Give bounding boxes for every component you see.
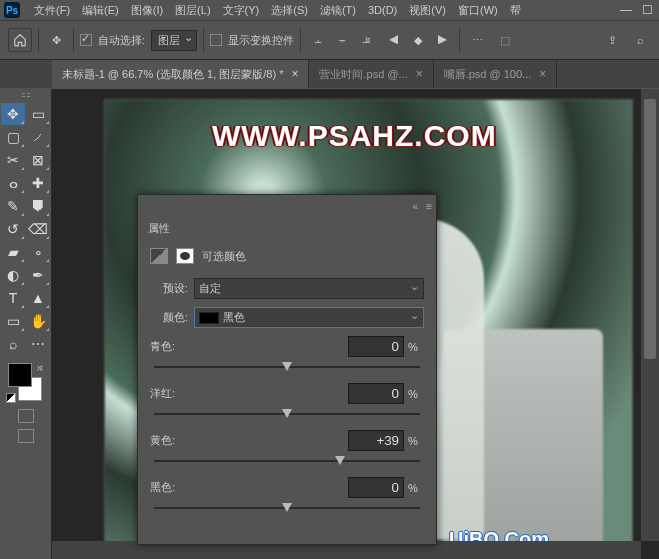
slider-thumb[interactable] <box>282 503 292 512</box>
menu-view[interactable]: 视图(V) <box>403 1 452 20</box>
mask-icon[interactable] <box>176 248 194 264</box>
menu-file[interactable]: 文件(F) <box>28 1 76 20</box>
menu-select[interactable]: 选择(S) <box>265 1 314 20</box>
default-colors-icon[interactable] <box>6 393 16 403</box>
close-icon[interactable]: × <box>291 67 298 81</box>
crop-tool[interactable]: ✂ <box>1 149 25 171</box>
slider-track[interactable] <box>154 361 420 373</box>
slider-value-input[interactable] <box>348 383 404 404</box>
app-logo: Ps <box>4 2 20 18</box>
eyedropper-tool[interactable]: ⴰ <box>1 172 25 194</box>
auto-select-checkbox[interactable] <box>80 34 92 46</box>
foreground-color[interactable] <box>8 363 32 387</box>
percent-label: % <box>408 341 424 353</box>
brush-tool[interactable]: ✎ <box>1 195 25 217</box>
frame-tool[interactable]: ⊠ <box>26 149 50 171</box>
align-hmid-icon[interactable]: ◆ <box>407 29 429 51</box>
move-tool[interactable]: ✥ <box>1 103 25 125</box>
slider-value-input[interactable] <box>348 336 404 357</box>
slider-track[interactable] <box>154 502 420 514</box>
document-tab-active[interactable]: 未标题-1 @ 66.7% (选取颜色 1, 图层蒙版/8) * × <box>52 60 309 88</box>
align-right-icon[interactable]: ⯈ <box>431 29 453 51</box>
blur-tool[interactable]: ∘ <box>26 241 50 263</box>
home-icon[interactable] <box>8 28 32 52</box>
screen-mode[interactable] <box>18 429 34 443</box>
menu-layer[interactable]: 图层(L) <box>169 1 216 20</box>
stamp-tool[interactable]: ⛊ <box>26 195 50 217</box>
document-tab[interactable]: 营业时间.psd @... × <box>309 60 433 88</box>
standard-mode-icon[interactable] <box>18 409 34 423</box>
color-dropdown[interactable]: 黑色 <box>194 307 424 328</box>
menu-bar: Ps 文件(F) 编辑(E) 图像(I) 图层(L) 文字(Y) 选择(S) 滤… <box>0 0 659 20</box>
slider-label: 青色: <box>150 339 196 354</box>
minimize-button[interactable]: — <box>620 3 632 17</box>
panel-tab[interactable]: 属性 <box>138 217 436 240</box>
menu-edit[interactable]: 编辑(E) <box>76 1 125 20</box>
lasso-tool[interactable]: ⟋ <box>26 126 50 148</box>
move-tool-icon[interactable]: ✥ <box>45 29 67 51</box>
watermark-top: WWW.PSAHZ.COM <box>212 119 497 153</box>
panel-header[interactable]: « ≡ <box>138 195 436 217</box>
menu-image[interactable]: 图像(I) <box>125 1 169 20</box>
quick-mask-toggle[interactable] <box>18 409 34 423</box>
artboard-tool[interactable]: ▭ <box>26 103 50 125</box>
window-controls: — ☐ <box>620 0 653 20</box>
close-icon[interactable]: × <box>539 67 546 81</box>
vertical-scrollbar[interactable] <box>641 89 659 541</box>
menu-3d[interactable]: 3D(D) <box>362 2 403 18</box>
menu-filter[interactable]: 滤镜(T) <box>314 1 362 20</box>
slider-thumb[interactable] <box>335 456 345 465</box>
dodge-tool[interactable]: ◐ <box>1 264 25 286</box>
healing-tool[interactable]: ✚ <box>26 172 50 194</box>
menu-window[interactable]: 窗口(W) <box>452 1 504 20</box>
align-bottom-icon[interactable]: ⫡ <box>355 29 377 51</box>
zoom-tool[interactable]: ⌕ <box>1 333 25 355</box>
align-vmid-icon[interactable]: ⫟ <box>331 29 353 51</box>
align-left-icon[interactable]: ⯇ <box>383 29 405 51</box>
distribute-icon[interactable]: ⋯ <box>466 29 488 51</box>
slider-track[interactable] <box>154 408 420 420</box>
slider-value-input[interactable] <box>348 477 404 498</box>
panel-menu-icon[interactable]: ≡ <box>426 201 432 212</box>
preset-label: 预设: <box>150 281 188 296</box>
marquee-tool[interactable]: ▢ <box>1 126 25 148</box>
edit-toolbar[interactable]: ⋯ <box>26 333 50 355</box>
maximize-button[interactable]: ☐ <box>642 3 653 17</box>
type-tool[interactable]: T <box>1 287 25 309</box>
path-select-tool[interactable]: ▲ <box>26 287 50 309</box>
percent-label: % <box>408 482 424 494</box>
pen-tool[interactable]: ✒ <box>26 264 50 286</box>
swap-colors-icon[interactable]: ⤭ <box>36 363 44 373</box>
tools-panel: ✥ ▭ ▢ ⟋ ✂ ⊠ ⴰ ✚ ✎ ⛊ ↺ ⌫ ▰ ∘ ◐ ✒ T ▲ ▭ ✋ … <box>0 89 52 559</box>
menu-type[interactable]: 文字(Y) <box>217 1 266 20</box>
shape-tool[interactable]: ▭ <box>1 310 25 332</box>
collapse-icon[interactable]: « <box>413 201 419 212</box>
hand-tool[interactable]: ✋ <box>26 310 50 332</box>
scrollbar-thumb[interactable] <box>644 99 656 359</box>
slider-track[interactable] <box>154 455 420 467</box>
adjustment-name: 可选颜色 <box>202 249 246 264</box>
auto-select-target-dropdown[interactable]: 图层 <box>151 30 197 51</box>
options-bar: ✥ 自动选择: 图层 显示变换控件 ⫠ ⫟ ⫡ ⯇ ◆ ⯈ ⋯ ⬚ ⇪ ⌕ <box>0 20 659 60</box>
screen-mode-icon[interactable] <box>18 429 34 443</box>
search-icon[interactable]: ⌕ <box>629 29 651 51</box>
gradient-tool[interactable]: ▰ <box>1 241 25 263</box>
panel-grip[interactable] <box>6 93 46 101</box>
close-icon[interactable]: × <box>416 67 423 81</box>
history-brush-tool[interactable]: ↺ <box>1 218 25 240</box>
share-icon[interactable]: ⇪ <box>601 29 623 51</box>
selective-color-icon[interactable] <box>150 248 168 264</box>
align-top-icon[interactable]: ⫠ <box>307 29 329 51</box>
slider-thumb[interactable] <box>282 362 292 371</box>
menu-help[interactable]: 帮 <box>504 1 527 20</box>
show-transform-checkbox[interactable] <box>210 34 222 46</box>
slider-row: 黄色:% <box>150 430 424 451</box>
slider-thumb[interactable] <box>282 409 292 418</box>
3d-mode-icon[interactable]: ⬚ <box>494 29 516 51</box>
eraser-tool[interactable]: ⌫ <box>26 218 50 240</box>
slider-row: 黑色:% <box>150 477 424 498</box>
document-tab[interactable]: 嘴唇.psd @ 100... × <box>434 60 558 88</box>
slider-value-input[interactable] <box>348 430 404 451</box>
color-swatches[interactable]: ⤭ <box>6 363 46 403</box>
preset-dropdown[interactable]: 自定 <box>194 278 424 299</box>
